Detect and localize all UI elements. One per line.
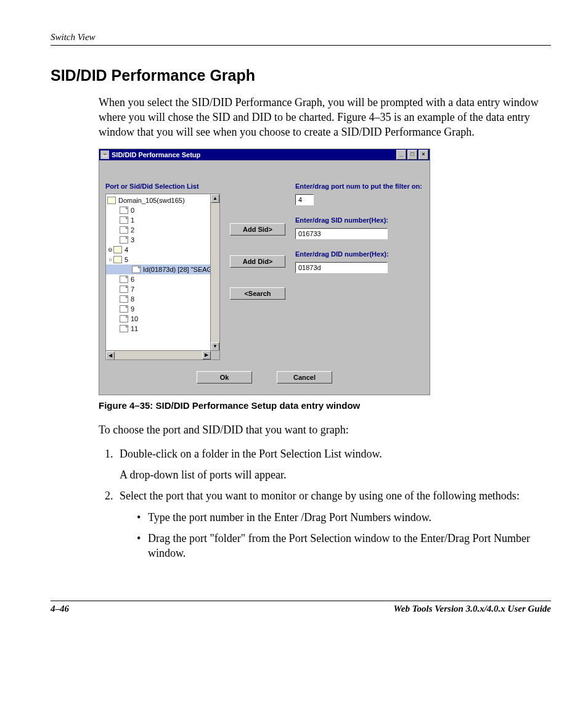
minimize-button[interactable]: _ (396, 150, 406, 160)
tree-item[interactable]: 8 (106, 294, 219, 304)
tree-item[interactable]: 6 (106, 274, 219, 284)
selection-list-panel: Port or Sid/Did Selection List Domain_10… (105, 183, 220, 360)
did-input[interactable] (295, 262, 388, 273)
tree-item-selected[interactable]: Id(01873d) [28] "SEAGAT (106, 265, 219, 274)
tree-item[interactable]: 9 (106, 304, 219, 314)
add-did-button[interactable]: Add Did> (230, 255, 285, 268)
bottom-rule (51, 601, 551, 601)
file-icon (120, 207, 128, 214)
page-number: 4–46 (51, 604, 69, 614)
tree-item[interactable]: 7 (106, 284, 219, 294)
section-title: SID/DID Performance Graph (51, 67, 551, 84)
cancel-button[interactable]: Cancel (277, 371, 332, 384)
tree-item[interactable]: 11 (106, 324, 219, 334)
add-sid-button[interactable]: Add Sid> (230, 223, 285, 236)
scroll-right-icon[interactable]: ▶ (202, 351, 211, 359)
tree-root[interactable]: Domain_105(swd165) (106, 195, 219, 205)
figure-caption: Figure 4–35: SID/DID Performance Setup d… (99, 400, 551, 411)
file-icon (120, 325, 128, 332)
sid-input[interactable] (295, 228, 388, 239)
bullet-item: Type the port number in the Enter /Drag … (137, 510, 551, 525)
file-icon (120, 216, 128, 224)
tree-item-expandable[interactable]: ⊖4 (106, 245, 219, 255)
selection-tree[interactable]: Domain_105(swd165) 0 1 2 3 ⊖4 ○5 Id(0187… (105, 194, 220, 360)
top-rule (51, 45, 551, 46)
ok-button[interactable]: Ok (197, 371, 252, 384)
step-1-sub: A drop-down list of ports will appear. (120, 467, 551, 482)
file-icon (120, 295, 128, 303)
dialog-title-text: SID/DID Performance Setup (112, 151, 200, 158)
scroll-down-icon[interactable]: ▼ (211, 342, 219, 351)
figure-dialog: ☕ SID/DID Performance Setup _ □ × Port o… (99, 149, 551, 395)
folder-icon (113, 256, 122, 263)
horizontal-scrollbar[interactable]: ◀ ▶ (106, 350, 219, 359)
running-header: Switch View (51, 32, 551, 43)
java-icon: ☕ (100, 150, 109, 159)
guide-title: Web Tools Version 3.0.x/4.0.x User Guide (394, 604, 551, 614)
tree-item-expandable[interactable]: ○5 (106, 255, 219, 265)
folder-icon (107, 197, 116, 204)
bullet-item: Drag the port "folder" from the Port Sel… (137, 531, 551, 561)
expand-handle-icon[interactable]: ○ (107, 257, 113, 263)
vertical-scrollbar[interactable]: ▲ ▼ (210, 194, 219, 351)
file-icon (120, 236, 128, 244)
step-2: Select the port that you want to monitor… (116, 488, 551, 560)
scroll-left-icon[interactable]: ◀ (106, 351, 115, 360)
sid-field-label: Enter/drag SID number(Hex): (295, 216, 423, 224)
steps-lead: To choose the port and SID/DID that you … (99, 423, 551, 438)
selection-list-label: Port or Sid/Did Selection List (105, 183, 220, 190)
intro-paragraph: When you select the SID/DID Performance … (99, 96, 551, 140)
close-button[interactable]: × (419, 150, 428, 160)
step-1: Double-click on a folder in the Port Sel… (116, 446, 551, 483)
scroll-up-icon[interactable]: ▲ (211, 194, 219, 203)
maximize-button[interactable]: □ (407, 150, 417, 160)
file-icon (132, 266, 141, 273)
did-field-label: Enter/drag DID number(Hex): (295, 250, 423, 258)
tree-item[interactable]: 2 (106, 225, 219, 235)
port-input[interactable] (295, 194, 314, 205)
dialog-window: ☕ SID/DID Performance Setup _ □ × Port o… (99, 149, 430, 395)
tree-item[interactable]: 0 (106, 205, 219, 215)
file-icon (120, 305, 128, 313)
step-2-bullets: Type the port number in the Enter /Drag … (120, 510, 551, 561)
port-field-label: Enter/drag port num to put the filter on… (295, 183, 423, 190)
folder-icon (113, 246, 122, 253)
tree-item[interactable]: 1 (106, 215, 219, 225)
dialog-titlebar[interactable]: ☕ SID/DID Performance Setup _ □ × (99, 149, 430, 160)
file-icon (120, 276, 128, 283)
search-button[interactable]: <Search (230, 287, 285, 300)
tree-item[interactable]: 3 (106, 235, 219, 245)
expand-handle-icon[interactable]: ⊖ (107, 247, 113, 253)
file-icon (120, 315, 128, 322)
steps-list: Double-click on a folder in the Port Sel… (99, 446, 551, 561)
file-icon (120, 285, 128, 293)
file-icon (120, 226, 128, 234)
tree-item[interactable]: 10 (106, 314, 219, 324)
